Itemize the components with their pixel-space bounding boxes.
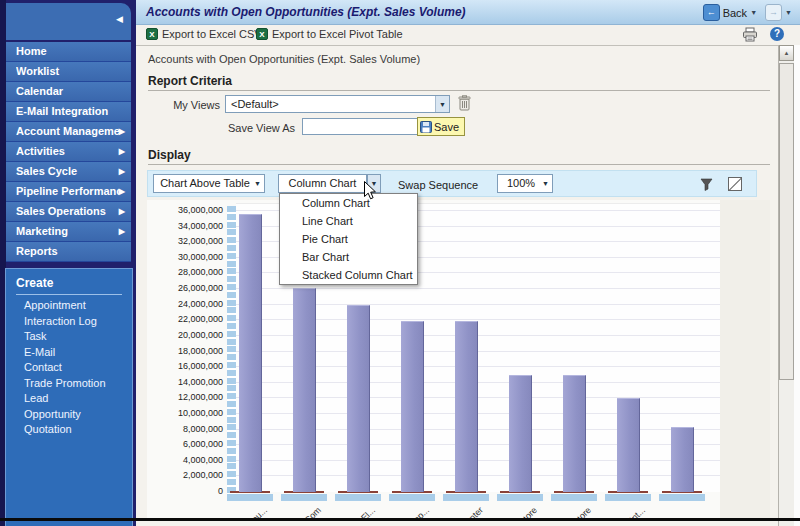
forward-icon[interactable]: → [765, 4, 782, 21]
create-item-lead[interactable]: Lead [6, 391, 132, 407]
back-icon[interactable]: ← [703, 4, 720, 21]
x-axis-segment [605, 494, 651, 501]
sidebar: ◀ HomeWorklistCalendarE-Mail Integration… [0, 0, 136, 526]
chevron-right-icon: ▶ [119, 142, 131, 161]
menu-item-pie-chart[interactable]: Pie Chart [280, 230, 417, 248]
help-icon[interactable]: ? [770, 27, 784, 41]
swap-sequence-button[interactable]: Swap Sequence [398, 179, 478, 191]
sidebar-item-sales-operations[interactable]: Sales Operations▶ [6, 202, 131, 222]
chevron-right-icon: ▶ [119, 182, 131, 201]
back-button[interactable]: Back [723, 7, 747, 19]
sidebar-item-marketing[interactable]: Marketing▶ [6, 222, 131, 242]
menu-item-bar-chart[interactable]: Bar Chart [280, 248, 417, 266]
x-axis-segment [497, 494, 543, 501]
x-category-label: ...mpu... [147, 505, 269, 518]
chart-bar[interactable] [509, 375, 532, 492]
excel-icon: X [146, 28, 158, 40]
create-item-appointment[interactable]: Appointment [6, 298, 132, 314]
chart-bar[interactable] [671, 427, 694, 492]
create-item-opportunity[interactable]: Opportunity [6, 407, 132, 423]
y-axis-tick-label: 16,000,000 [147, 361, 223, 371]
chevron-right-icon: ▶ [119, 122, 131, 141]
y-axis-tick-label: 28,000,000 [147, 267, 223, 277]
create-item-interaction-log[interactable]: Interaction Log [6, 314, 132, 330]
save-view-as-input[interactable] [302, 118, 418, 135]
menu-item-stacked-column-chart[interactable]: Stacked Column Chart [280, 266, 417, 284]
sidebar-item-label: Calendar [16, 82, 131, 101]
x-axis-segment [443, 494, 489, 501]
chart-bar[interactable] [617, 398, 640, 492]
my-views-label: My Views [148, 99, 220, 111]
my-views-value: <Default> [226, 96, 435, 112]
delete-view-icon[interactable] [457, 95, 472, 116]
y-axis-tick-label: 26,000,000 [147, 283, 223, 293]
expand-chart-icon[interactable] [728, 177, 742, 191]
chevron-down-icon[interactable]: ▼ [435, 96, 449, 112]
mouse-cursor-icon [363, 181, 377, 205]
display-title: Display [148, 148, 191, 162]
sidebar-item-home[interactable]: Home [6, 42, 131, 62]
create-item-e-mail[interactable]: E-Mail [6, 345, 132, 361]
create-item-task[interactable]: Task [6, 329, 132, 345]
y-axis-tick-label: 30,000,000 [147, 252, 223, 262]
sidebar-nav: HomeWorklistCalendarE-Mail IntegrationAc… [6, 42, 131, 262]
my-views-select[interactable]: <Default> ▼ [225, 95, 450, 113]
x-axis-segment [335, 494, 381, 501]
svg-text:X: X [259, 30, 265, 39]
vertical-scrollbar[interactable]: ▲ [778, 45, 794, 526]
save-view-as-label: Save View As [148, 122, 295, 134]
scroll-up-icon[interactable]: ▲ [779, 45, 794, 61]
y-axis-tick-label: 0 [147, 486, 223, 496]
sidebar-item-calendar[interactable]: Calendar [6, 82, 131, 102]
create-item-contact[interactable]: Contact [6, 360, 132, 376]
breadcrumb: Accounts with Open Opportunities (Expt. … [148, 53, 420, 65]
chart-type-select[interactable]: Column Chart [278, 174, 367, 193]
export-toolbar: X Export to Excel CSV X Export to Excel … [136, 25, 800, 46]
excel-icon: X [256, 28, 268, 40]
window-bottom-border [0, 518, 800, 521]
collapse-sidebar-icon[interactable]: ◀ [116, 14, 123, 24]
chart-bar[interactable] [239, 214, 262, 492]
sidebar-item-worklist[interactable]: Worklist [6, 62, 131, 82]
chevron-right-icon: ▶ [119, 222, 131, 241]
menu-item-line-chart[interactable]: Line Chart [280, 212, 417, 230]
save-button-label: Save [434, 121, 459, 133]
back-dropdown-icon[interactable]: ▼ [750, 9, 757, 16]
print-icon[interactable] [742, 27, 758, 46]
save-disk-icon [420, 121, 432, 133]
filter-icon[interactable] [700, 177, 713, 195]
chevron-right-icon: ▶ [119, 162, 131, 181]
chart-bar[interactable] [563, 375, 586, 492]
sidebar-item-label: Reports [16, 242, 131, 261]
x-axis-segment [281, 494, 327, 501]
forward-dropdown-icon[interactable]: ▼ [785, 9, 792, 16]
menu-item-column-chart[interactable]: Column Chart [280, 194, 417, 212]
sidebar-item-reports[interactable]: Reports [6, 242, 131, 262]
sidebar-item-label: Account Management [16, 122, 119, 141]
layout-select[interactable]: Chart Above Table ▼ [153, 174, 265, 193]
chart-bar[interactable] [293, 288, 316, 492]
chart-bar[interactable] [347, 305, 370, 492]
chart-bar[interactable] [455, 321, 478, 492]
create-list: AppointmentInteraction LogTaskE-MailCont… [6, 298, 132, 438]
chevron-down-icon[interactable]: ▼ [251, 175, 264, 192]
sidebar-header-panel: ◀ [6, 3, 131, 40]
chevron-down-icon[interactable]: ▼ [539, 175, 552, 192]
sidebar-item-e-mail-integration[interactable]: E-Mail Integration [6, 102, 131, 122]
sidebar-item-sales-cycle[interactable]: Sales Cycle▶ [6, 162, 131, 182]
sidebar-item-account-management[interactable]: Account Management▶ [6, 122, 131, 142]
export-excel-csv-button[interactable]: X Export to Excel CSV [146, 28, 262, 40]
save-button[interactable]: Save [417, 117, 465, 136]
create-item-trade-promotion[interactable]: Trade Promotion [6, 376, 132, 392]
export-excel-pivot-button[interactable]: X Export to Excel Pivot Table [256, 28, 403, 40]
chart-bar[interactable] [401, 321, 424, 492]
sidebar-item-label: E-Mail Integration [16, 102, 131, 121]
sidebar-item-pipeline-performance[interactable]: Pipeline Performance▶ [6, 182, 131, 202]
scrollbar-thumb[interactable] [779, 63, 794, 380]
sidebar-item-activities[interactable]: Activities▶ [6, 142, 131, 162]
x-axis-segment [389, 494, 435, 501]
sidebar-item-label: Activities [16, 142, 119, 161]
zoom-select[interactable]: 100% ▼ [497, 174, 553, 193]
create-item-quotation[interactable]: Quotation [6, 422, 132, 438]
create-panel: Create AppointmentInteraction LogTaskE-M… [5, 268, 133, 526]
